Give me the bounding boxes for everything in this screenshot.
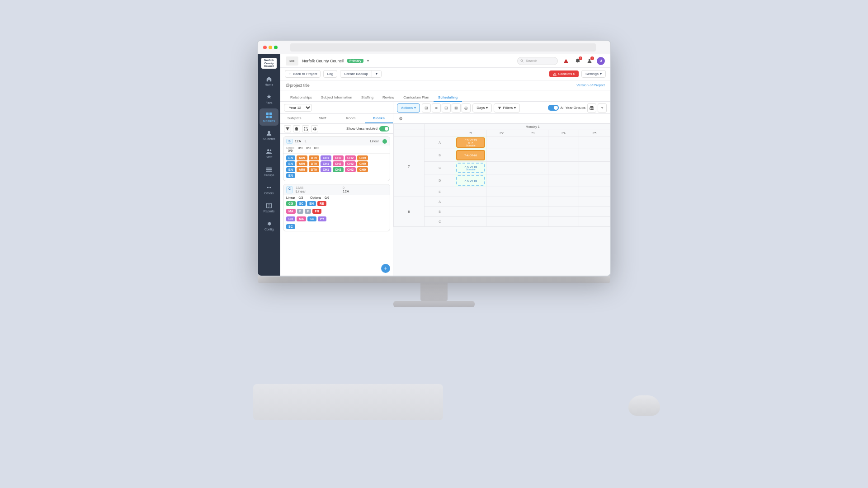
cell-7-b-p1[interactable]: 7-A-DT-02 [455,149,486,162]
log-button[interactable]: Log [323,70,337,78]
search-bar[interactable]: Search [517,57,558,65]
sidebar-item-home[interactable]: Home [259,72,278,89]
fullscreen-dot[interactable] [274,46,278,49]
cell-8-c-p4[interactable] [548,217,579,227]
cell-7-d-p1[interactable]: 7-A-DT-02 [455,174,486,187]
avatar[interactable]: U [597,57,605,65]
map-view-button[interactable]: ◎ [462,103,471,113]
sub-tab-room[interactable]: Room [337,114,365,123]
cell-8-c-p2[interactable] [486,217,517,227]
close-dot[interactable] [263,46,267,49]
cell-8-a-p5[interactable] [579,197,610,207]
cell-7-e-p1[interactable] [455,187,486,197]
cell-8-a-p2[interactable] [486,197,517,207]
sidebar-item-config[interactable]: Config [259,217,278,234]
sidebar-item-groups[interactable]: Groups [259,163,278,180]
schedule-card-7-d-dt-02[interactable]: 7-A-DT-02 [456,175,485,186]
cell-7-e-p5[interactable] [579,187,610,197]
schedule-grid[interactable]: Monday 1 P1 P2 P3 P4 [393,123,610,276]
cell-8-a-p4[interactable] [548,197,579,207]
cell-7-d-p4[interactable] [548,174,579,187]
collapse-button[interactable] [311,125,318,132]
cell-8-a-p1[interactable] [455,197,486,207]
sidebar-item-reports[interactable]: Reports [259,199,278,216]
list-view-button[interactable]: ≡ [432,103,441,113]
tab-staffing[interactable]: Staffing [357,94,378,102]
days-button[interactable]: Days ▾ [472,103,492,113]
cell-7-e-p3[interactable] [517,187,548,197]
org-chevron-icon[interactable]: ▾ [367,59,369,63]
cell-7-e-p2[interactable] [486,187,517,197]
cell-7-d-p2[interactable] [486,174,517,187]
sub-tab-subjects[interactable]: Subjects [280,114,308,123]
cell-7-c-p1[interactable]: 7-A-DT-02 Schedule [455,162,486,174]
show-unscheduled-toggle[interactable] [379,126,389,131]
schedule-card-7-c-dt-02[interactable]: 7-A-DT-02 Schedule [456,163,485,173]
schedule-card-7-a-dt-01[interactable]: 7-A-DT-01 ☆ ✕ Schedule [456,137,485,148]
cell-8-b-p2[interactable] [486,207,517,217]
all-year-toggle[interactable] [548,105,559,111]
cell-7-b-p5[interactable] [579,149,610,162]
delete-button[interactable] [293,125,300,132]
tab-subject-information[interactable]: Subject Information [316,94,357,102]
tab-relationships[interactable]: Relationships [286,94,316,102]
cell-8-c-p1[interactable] [455,217,486,227]
cell-7-e-p4[interactable] [548,187,579,197]
filter-button[interactable] [284,125,291,132]
sub-tab-blocks[interactable]: Blocks [365,114,393,123]
grid-view-button[interactable]: ⊞ [422,103,431,113]
cell-7-c-p3[interactable] [517,162,548,174]
year-select[interactable]: Year 12 [284,104,312,112]
alert-icon-btn[interactable] [561,56,571,66]
actions-button[interactable]: Actions ▾ [397,103,420,113]
cell-7-d-p5[interactable] [579,174,610,187]
cell-7-c-p4[interactable] [548,162,579,174]
cell-7-a-p2[interactable] [486,136,517,149]
cell-7-a-p4[interactable] [548,136,579,149]
sub-tab-staff[interactable]: Staff [308,114,336,123]
filters-button[interactable]: Filters ▾ [494,103,520,113]
backup-dropdown-button[interactable]: ▾ [372,70,381,77]
conflicts-button[interactable]: Conflicts 0 [549,70,579,77]
create-backup-button[interactable]: Create Backup [340,70,372,77]
download-button[interactable] [598,103,607,113]
tab-review[interactable]: Review [378,94,399,102]
cell-8-b-p5[interactable] [579,207,610,217]
cell-7-a-p1[interactable]: 7-A-DT-01 ☆ ✕ Schedule [455,136,486,149]
tab-scheduling[interactable]: Scheduling [434,94,462,102]
sidebar-item-modules[interactable]: Modules [259,108,278,126]
compact-view-button[interactable]: ⊟ [442,103,451,113]
cell-8-c-p3[interactable] [517,217,548,227]
cell-7-c-p5[interactable] [579,162,610,174]
cell-8-b-p3[interactable] [517,207,548,217]
grid-settings-button[interactable]: ⚙ [397,115,404,122]
expand-button[interactable] [302,125,309,132]
address-bar[interactable] [290,43,596,52]
sidebar-item-staff[interactable]: Staff [259,145,278,162]
minimize-dot[interactable] [269,46,272,49]
schedule-card-7-b-dt-02-top[interactable]: 7-A-DT-02 [456,150,485,160]
cell-8-c-p5[interactable] [579,217,610,227]
cell-7-a-p3[interactable] [517,136,548,149]
sidebar-item-favs[interactable]: Favs [259,90,278,108]
cell-7-b-p4[interactable] [548,149,579,162]
cell-7-c-p2[interactable] [486,162,517,174]
user-icon-btn[interactable]: 1 [585,56,594,66]
cell-7-d-p3[interactable] [517,174,548,187]
sidebar-item-students[interactable]: Students [259,127,278,144]
cell-7-a-p5[interactable] [579,136,610,149]
sidebar-item-others[interactable]: Others [259,181,278,198]
cell-8-b-p4[interactable] [548,207,579,217]
print-button[interactable] [587,103,596,113]
add-block-button[interactable]: + [381,264,390,273]
tab-curriculum-plan[interactable]: Curriculum Plan [399,94,434,102]
cell-7-b-p2[interactable] [486,149,517,162]
version-link[interactable]: Version of Project [576,83,605,87]
notification-icon-btn[interactable]: 1 [573,56,582,66]
split-view-button[interactable]: ⊠ [452,103,461,113]
cell-7-b-p3[interactable] [517,149,548,162]
cell-8-a-p3[interactable] [517,197,548,207]
back-to-project-button[interactable]: ← Back to Project [285,70,321,78]
cell-8-b-p1[interactable] [455,207,486,217]
settings-button[interactable]: Settings ▾ [581,70,606,78]
